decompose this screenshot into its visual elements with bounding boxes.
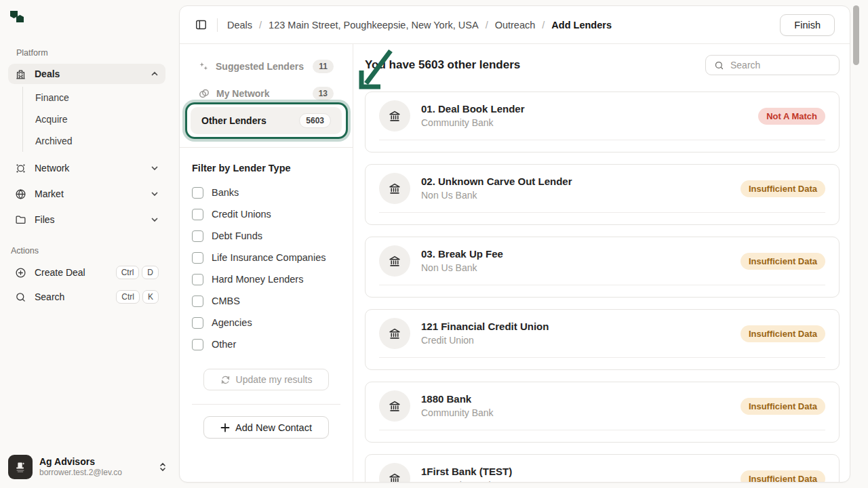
lender-type-checkbox[interactable] xyxy=(192,274,203,285)
sidebar-item-label: Market xyxy=(35,188,64,199)
lender-category-item-selected[interactable]: Other Lenders 5603 xyxy=(191,107,342,134)
lender-type-option[interactable]: Credit Unions xyxy=(192,203,340,225)
lender-row: 1880 Bank Community Bank Insufficient Da… xyxy=(366,382,839,430)
match-status-badge: Insufficient Data xyxy=(741,253,825,270)
lender-cards: 01. Deal Book Lender Community Bank Not … xyxy=(365,92,840,483)
card-divider xyxy=(379,140,825,140)
page-scrollbar[interactable] xyxy=(853,5,859,65)
bank-icon xyxy=(379,173,410,204)
sidebar-item-label: Network xyxy=(35,163,69,174)
search-icon xyxy=(714,60,724,70)
user-info: Ag Advisors borrower.test.2@lev.co xyxy=(39,456,122,479)
match-status-badge: Insufficient Data xyxy=(741,325,825,342)
breadcrumb-separator: / xyxy=(259,20,262,30)
lender-type: Credit Union xyxy=(421,334,549,347)
category-label: My Network xyxy=(216,88,270,99)
sidebar-item-network[interactable]: Network xyxy=(8,156,165,180)
plus-icon xyxy=(220,423,230,432)
lender-type-checkbox[interactable] xyxy=(192,296,203,307)
plus-circle-icon xyxy=(15,267,26,279)
platform-section-label: Platform xyxy=(16,48,48,58)
lender-card[interactable]: 1First Bank (TEST) Community Bank Insuff… xyxy=(365,454,840,483)
lender-type-checkbox[interactable] xyxy=(192,209,203,220)
sidebar-toggle-icon[interactable] xyxy=(195,18,208,31)
sidebar-item-files[interactable]: Files xyxy=(8,207,165,232)
create-deal-action[interactable]: Create Deal Ctrl D xyxy=(8,262,165,283)
actions-section-label: Actions xyxy=(11,246,39,256)
lender-type-option[interactable]: Debt Funds xyxy=(192,225,340,247)
lender-type-option[interactable]: CMBS xyxy=(192,290,340,312)
lender-row: 03. Break Up Fee Non Us Bank Insufficien… xyxy=(366,237,839,285)
count-badge: 11 xyxy=(313,60,334,73)
lender-type-option[interactable]: Life Insurance Companies xyxy=(192,247,340,268)
card-divider xyxy=(379,285,825,285)
search-input[interactable] xyxy=(730,60,831,70)
content-body: Suggested Lenders 11 My Network 13 Other… xyxy=(180,44,850,481)
header-divider xyxy=(217,18,218,32)
lender-card[interactable]: 02. Unknown Carve Out Lender Non Us Bank… xyxy=(365,164,840,225)
sidebar-subitem-acquire[interactable]: Acquire xyxy=(23,108,165,130)
count-badge: 13 xyxy=(313,87,334,100)
update-results-button[interactable]: Update my results xyxy=(203,369,329,390)
chevron-down-icon xyxy=(151,216,159,224)
add-new-contact-label: Add New Contact xyxy=(235,422,312,433)
network-icon xyxy=(15,163,26,174)
card-divider xyxy=(379,212,825,213)
lender-type-checkbox[interactable] xyxy=(192,317,203,329)
sparkles-icon xyxy=(199,62,209,72)
search-action[interactable]: Search Ctrl K xyxy=(8,286,165,308)
breadcrumb-separator: / xyxy=(542,20,545,30)
breadcrumb-deals[interactable]: Deals xyxy=(227,20,252,30)
breadcrumb-outreach[interactable]: Outreach xyxy=(495,20,536,30)
search-shortcut: Ctrl K xyxy=(116,290,159,304)
bank-icon xyxy=(379,100,410,131)
lender-type: Non Us Bank xyxy=(421,189,572,202)
lender-type-checkbox[interactable] xyxy=(192,252,203,264)
lender-type-checkbox[interactable] xyxy=(192,339,203,350)
lender-list-column: You have 5603 other lenders 01. Deal xyxy=(353,44,850,481)
lender-type-checkbox[interactable] xyxy=(192,187,203,199)
lender-type: Community Bank xyxy=(421,479,512,483)
lender-card[interactable]: 03. Break Up Fee Non Us Bank Insufficien… xyxy=(365,237,840,298)
card-divider xyxy=(379,430,825,430)
finish-button[interactable]: Finish xyxy=(780,14,835,36)
create-deal-label: Create Deal xyxy=(35,267,85,278)
lender-type-label: Hard Money Lenders xyxy=(212,274,303,285)
lender-card[interactable]: 1880 Bank Community Bank Insufficient Da… xyxy=(365,382,840,443)
lender-category-item[interactable]: My Network 13 xyxy=(191,80,342,107)
lender-text: 02. Unknown Carve Out Lender Non Us Bank xyxy=(421,175,572,201)
add-new-contact-button[interactable]: Add New Contact xyxy=(203,416,329,439)
lender-type-checkbox[interactable] xyxy=(192,230,203,242)
sidebar-subitem-archived[interactable]: Archived xyxy=(23,130,165,152)
sidebar-item-market[interactable]: Market xyxy=(8,182,165,206)
lender-search[interactable] xyxy=(705,55,840,75)
bank-icon xyxy=(379,463,410,483)
kbd-ctrl: Ctrl xyxy=(116,290,140,304)
update-results-label: Update my results xyxy=(236,374,313,385)
lender-category-item[interactable]: Suggested Lenders 11 xyxy=(191,53,342,80)
lender-type-option[interactable]: Agencies xyxy=(192,312,340,333)
sidebar-subitem-finance[interactable]: Finance xyxy=(23,87,165,108)
chevron-up-icon xyxy=(151,70,159,78)
lender-row: 1First Bank (TEST) Community Bank Insuff… xyxy=(366,455,839,483)
lender-type-option[interactable]: Other xyxy=(192,333,340,355)
sidebar-item-deals[interactable]: Deals xyxy=(8,64,165,84)
lender-card[interactable]: 121 Financial Credit Union Credit Union … xyxy=(365,309,840,370)
breadcrumb-deal-address[interactable]: 123 Main Street, Poughkeepsie, New York,… xyxy=(269,20,479,30)
match-status-badge: Insufficient Data xyxy=(741,398,825,415)
lender-type-option[interactable]: Hard Money Lenders xyxy=(192,268,340,290)
lender-name: 121 Financial Credit Union xyxy=(421,320,549,333)
lender-type-option[interactable]: Banks xyxy=(192,182,340,203)
lender-text: 01. Deal Book Lender Community Bank xyxy=(421,102,525,129)
chevron-down-icon xyxy=(151,190,159,198)
kbd-d: D xyxy=(142,266,159,279)
account-switcher[interactable]: Ag Advisors borrower.test.2@lev.co xyxy=(8,454,171,480)
lender-row: 02. Unknown Carve Out Lender Non Us Bank… xyxy=(366,165,839,212)
breadcrumb-add-lenders: Add Lenders xyxy=(551,20,612,30)
user-avatar xyxy=(8,455,33,479)
match-status-badge: Not A Match xyxy=(758,108,825,125)
bank-icon xyxy=(379,390,410,422)
chevron-down-icon xyxy=(151,164,159,172)
filter-section: Filter by Lender Type Banks Credit Union… xyxy=(180,148,353,439)
lender-card[interactable]: 01. Deal Book Lender Community Bank Not … xyxy=(365,92,840,152)
